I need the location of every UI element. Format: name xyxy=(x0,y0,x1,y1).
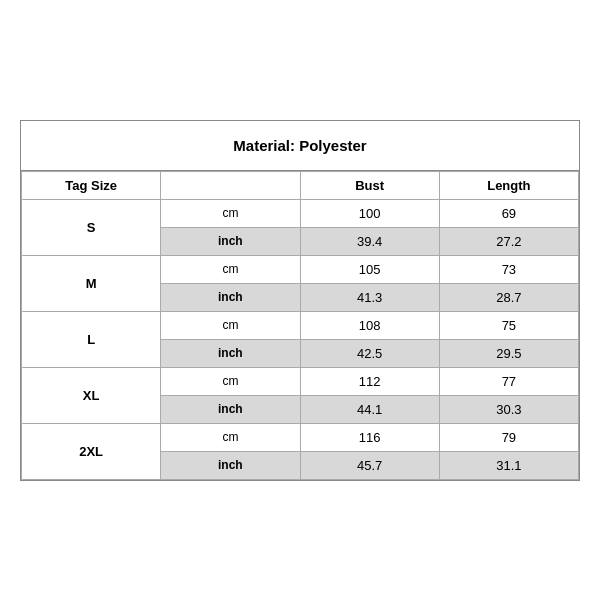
unit-inch-cell: inch xyxy=(161,339,300,367)
table-row: Scm10069 xyxy=(22,199,579,227)
size-chart-container: Material: Polyester Tag Size Bust Length… xyxy=(20,120,580,481)
unit-inch-cell: inch xyxy=(161,451,300,479)
unit-cm-cell: cm xyxy=(161,367,300,395)
table-row: 2XLcm11679 xyxy=(22,423,579,451)
length-cm-cell: 77 xyxy=(439,367,578,395)
unit-cm-cell: cm xyxy=(161,199,300,227)
length-cm-cell: 75 xyxy=(439,311,578,339)
bust-inch-cell: 44.1 xyxy=(300,395,439,423)
tag-size-cell: M xyxy=(22,255,161,311)
bust-cm-cell: 116 xyxy=(300,423,439,451)
length-cm-cell: 69 xyxy=(439,199,578,227)
size-table: Tag Size Bust Length Scm10069inch39.427.… xyxy=(21,171,579,480)
tag-size-header: Tag Size xyxy=(22,171,161,199)
tag-size-cell: L xyxy=(22,311,161,367)
tag-size-cell: XL xyxy=(22,367,161,423)
length-inch-cell: 27.2 xyxy=(439,227,578,255)
unit-cm-cell: cm xyxy=(161,255,300,283)
unit-inch-cell: inch xyxy=(161,395,300,423)
unit-cm-cell: cm xyxy=(161,423,300,451)
tag-size-cell: S xyxy=(22,199,161,255)
length-inch-cell: 28.7 xyxy=(439,283,578,311)
unit-cm-cell: cm xyxy=(161,311,300,339)
table-row: Mcm10573 xyxy=(22,255,579,283)
length-cm-cell: 73 xyxy=(439,255,578,283)
table-row: Lcm10875 xyxy=(22,311,579,339)
bust-inch-cell: 45.7 xyxy=(300,451,439,479)
bust-cm-cell: 100 xyxy=(300,199,439,227)
bust-inch-cell: 39.4 xyxy=(300,227,439,255)
bust-cm-cell: 105 xyxy=(300,255,439,283)
length-inch-cell: 30.3 xyxy=(439,395,578,423)
unit-inch-cell: inch xyxy=(161,227,300,255)
tag-size-cell: 2XL xyxy=(22,423,161,479)
length-inch-cell: 31.1 xyxy=(439,451,578,479)
length-inch-cell: 29.5 xyxy=(439,339,578,367)
table-row: XLcm11277 xyxy=(22,367,579,395)
bust-header: Bust xyxy=(300,171,439,199)
bust-inch-cell: 41.3 xyxy=(300,283,439,311)
table-header-row: Tag Size Bust Length xyxy=(22,171,579,199)
length-cm-cell: 79 xyxy=(439,423,578,451)
length-header: Length xyxy=(439,171,578,199)
bust-inch-cell: 42.5 xyxy=(300,339,439,367)
chart-title: Material: Polyester xyxy=(21,121,579,171)
bust-cm-cell: 112 xyxy=(300,367,439,395)
unit-inch-cell: inch xyxy=(161,283,300,311)
unit-header xyxy=(161,171,300,199)
bust-cm-cell: 108 xyxy=(300,311,439,339)
